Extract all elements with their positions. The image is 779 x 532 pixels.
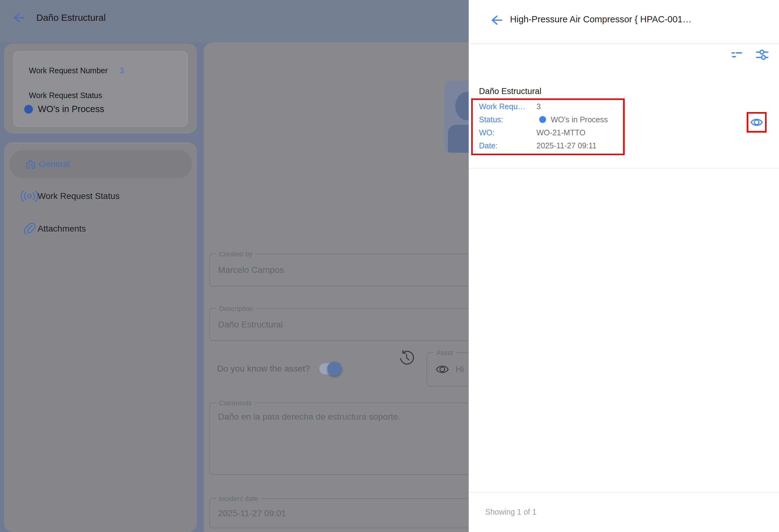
work-request-number-value: 3 [120,66,124,75]
incident-date-field[interactable]: Incident date 2025-11-27 09:01 [209,498,469,528]
detail-label: Date: [479,141,536,150]
back-arrow-icon[interactable] [11,11,25,24]
sidebar-item-label: General [39,159,70,169]
sidebar-item-label: Work Request Status [38,191,120,201]
divider [469,44,779,44]
avatar-icon [448,125,469,153]
highlight-box [747,112,767,133]
comments-value: Daño en la pata derecha de estructura so… [218,412,400,422]
list-item-details: Work Requ… 3 Status: WO's in Process WO:… [479,100,621,152]
app-screen: Daño Estructural Work Request Number 3 W… [0,0,779,532]
created-by-value: Marcelo Campos [218,254,284,286]
description-value: Daño Estructural [218,309,283,340]
detail-value: WO's in Process [536,115,608,124]
photo-placeholder[interactable] [444,81,469,153]
home-icon [21,154,40,174]
incident-date-value: 2025-11-27 09:01 [218,499,286,528]
history-icon[interactable] [399,350,415,366]
created-by-field[interactable]: Created by Marcelo Campos [209,254,469,286]
detail-value: 3 [536,102,541,111]
status-dot [24,105,33,114]
asset-question-label: Do you know the asset? [217,364,310,374]
detail-label: Status: [479,115,536,124]
dimmed-work-request-screen: Daño Estructural Work Request Number 3 W… [0,0,469,532]
sidebar-item-label: Attachments [38,224,86,234]
asset-question-row: Do you know the asset? [217,359,341,379]
eye-icon [435,363,450,376]
asset-toggle[interactable] [319,363,341,374]
detail-row: Date: 2025-11-27 09:11 [479,139,621,152]
sidebar-item-work-request-status[interactable]: Work Request Status [4,186,197,206]
description-field[interactable]: Description Daño Estructural [209,308,469,341]
detail-row: Work Requ… 3 [479,100,621,113]
comments-field[interactable]: Comments Daño en la pata derecha de estr… [209,403,469,475]
work-request-status-value: WO's in Process [38,104,104,114]
status-dot [539,116,546,123]
detail-row: Status: WO's in Process [479,113,621,126]
paperclip-icon [20,219,39,239]
list-item-title[interactable]: Daño Estructural [479,86,541,96]
broadcast-icon [20,187,39,206]
left-header: Daño Estructural [0,0,469,43]
back-arrow-icon[interactable] [489,13,503,27]
sidebar-item-attachments[interactable]: Attachments [4,219,197,239]
work-request-form: Created by Marcelo Campos Description Da… [204,43,469,532]
page-title: Daño Estructural [36,12,106,23]
avatar-icon [455,92,469,120]
summary-card: Work Request Number 3 Work Request Statu… [13,51,188,127]
highlight-box: Work Requ… 3 Status: WO's in Process WO:… [471,98,624,155]
divider [469,492,779,492]
sidebar-item-general[interactable]: General [9,150,192,179]
toggle-thumb [327,361,342,376]
detail-label: Work Requ… [479,102,536,111]
work-request-number-label: Work Request Number [29,66,108,75]
detail-label: WO: [479,128,536,137]
panel-title: High-Pressure Air Compressor { HPAC-001… [510,14,692,24]
result-count: Showing 1 of 1 [485,508,536,517]
tune-icon[interactable] [755,47,770,62]
summary-card-container: Work Request Number 3 Work Request Statu… [4,44,197,133]
asset-field[interactable]: Asset Hi [426,352,469,386]
view-eye-icon[interactable] [750,116,764,129]
work-request-status-label: Work Request Status [29,91,102,100]
asset-work-requests-panel: High-Pressure Air Compressor { HPAC-001… [469,0,779,532]
detail-value: 2025-11-27 09:11 [536,141,597,150]
nav-card: General Work Request Status [4,142,197,532]
detail-value: WO-21-MTTO [536,128,586,137]
asset-value: Hi [456,364,464,374]
divider [469,168,779,169]
filter-icon[interactable] [729,47,744,62]
detail-row: WO: WO-21-MTTO [479,126,621,139]
comments-label: Comments [216,398,255,408]
